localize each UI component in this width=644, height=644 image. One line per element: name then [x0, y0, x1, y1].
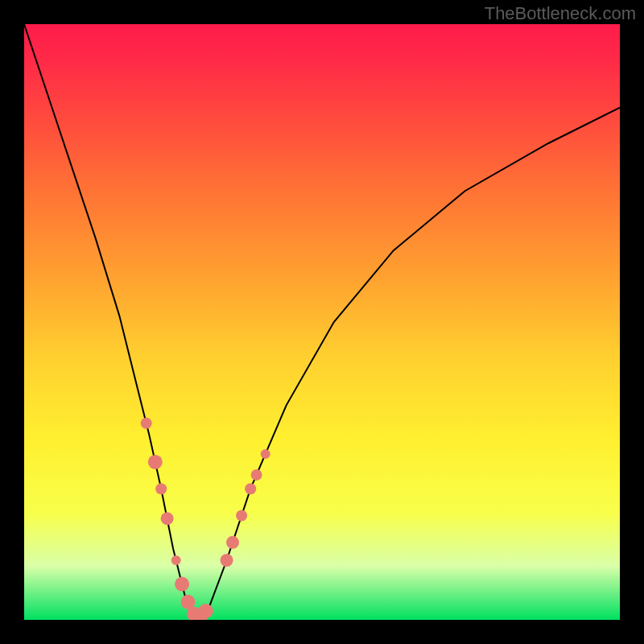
sample-point [221, 554, 233, 567]
chart-frame: TheBottleneck.com [0, 0, 644, 644]
chart-svg [24, 24, 620, 620]
sample-point [245, 483, 256, 494]
sample-point [141, 418, 152, 429]
sample-point [161, 512, 174, 525]
sample-point [148, 455, 163, 469]
sample-point [226, 536, 239, 549]
sample-markers [141, 418, 270, 620]
watermark-text: TheBottleneck.com [485, 3, 636, 24]
sample-point [175, 577, 189, 592]
bottleneck-curve [24, 24, 620, 620]
sample-point [261, 449, 270, 459]
sample-point [251, 469, 262, 481]
sample-point [199, 604, 213, 618]
chart-plot-area [24, 24, 620, 620]
sample-point [236, 510, 247, 522]
sample-point [171, 555, 181, 565]
sample-point [155, 483, 167, 494]
